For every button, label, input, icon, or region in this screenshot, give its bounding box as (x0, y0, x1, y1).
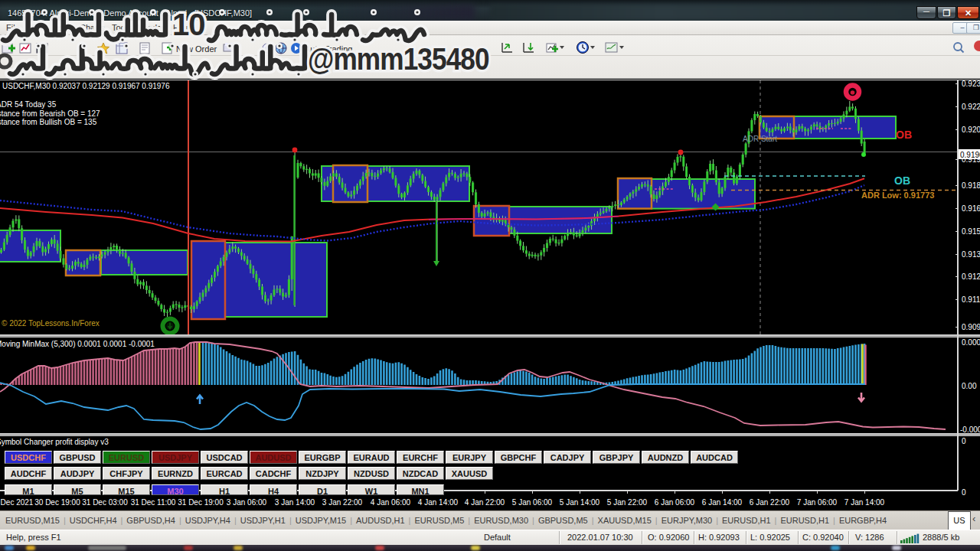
svg-text:5 Jan 14:00: 5 Jan 14:00 (560, 498, 600, 507)
svg-text:4 Jan 06:00: 4 Jan 06:00 (371, 498, 411, 507)
svg-text:0.915: 0.915 (962, 227, 980, 236)
svg-text:0.909: 0.909 (962, 323, 980, 331)
svg-text:30 Dec 19:00: 30 Dec 19:00 (34, 498, 80, 507)
svg-text:0.922: 0.922 (962, 103, 980, 111)
svg-text:Moving MinMax (5,300) 0.0001 0: Moving MinMax (5,300) 0.0001 0.0001 -0.0… (0, 340, 155, 348)
svg-text:4 Jan 22:00: 4 Jan 22:00 (465, 498, 505, 507)
svg-text:0.913: 0.913 (962, 250, 980, 259)
svg-text:Dec 2021: Dec 2021 (1, 498, 34, 507)
svg-text:31 Dec 03:00: 31 Dec 03:00 (82, 498, 128, 507)
svg-text:5 Jan 22:00: 5 Jan 22:00 (607, 498, 648, 507)
svg-text:0.912: 0.912 (962, 272, 980, 281)
svg-text:5 Jan 06:00: 5 Jan 06:00 (512, 498, 553, 507)
svg-text:6 Jan 14:00: 6 Jan 14:00 (702, 498, 743, 507)
svg-text:0.911: 0.911 (962, 295, 980, 304)
svg-text:ADR Low: 0.91773: ADR Low: 0.91773 (861, 191, 934, 200)
svg-text:© 2022 TopLessons.In/Forex: © 2022 TopLessons.In/Forex (2, 319, 100, 328)
svg-text:OB: OB (894, 174, 910, 187)
svg-text:OB: OB (896, 129, 912, 141)
svg-text:7 Jan 06:00: 7 Jan 06:00 (797, 498, 838, 507)
svg-text:10: 10 (172, 8, 205, 41)
svg-text:3 Jan 06:00: 3 Jan 06:00 (227, 498, 267, 507)
svg-text:7 Jan 14:00: 7 Jan 14:00 (844, 498, 885, 507)
svg-text:0.0001: 0.0001 (962, 338, 980, 347)
svg-text:31 Dec 19:00: 31 Dec 19:00 (178, 498, 224, 507)
svg-text:0.00: 0.00 (962, 382, 977, 390)
svg-text:31 Dec 11:00: 31 Dec 11:00 (131, 498, 176, 507)
svg-text:ADR Start: ADR Start (743, 135, 777, 143)
svg-text:@mmm135480: @mmm135480 (308, 42, 489, 77)
svg-text:0.918: 0.918 (962, 181, 980, 190)
svg-text:3 Jan 14:00: 3 Jan 14:00 (275, 498, 315, 507)
svg-text:Symbol Changer profit display: Symbol Changer profit display v3 (0, 438, 109, 446)
svg-text:ADR 54 Today 35: ADR 54 Today 35 (0, 100, 57, 109)
svg-text:Distance from Bullish OB = 135: Distance from Bullish OB = 135 (0, 118, 97, 126)
svg-text:0.9196: 0.9196 (960, 151, 980, 159)
svg-text:0.920: 0.920 (962, 126, 980, 134)
svg-text:0: 0 (962, 488, 966, 497)
svg-text:4 Jan 14:00: 4 Jan 14:00 (418, 498, 459, 507)
svg-text:0: 0 (962, 437, 966, 445)
svg-text:6 Jan 06:00: 6 Jan 06:00 (655, 498, 695, 507)
svg-text:6 Jan 22:00: 6 Jan 22:00 (750, 498, 790, 507)
svg-text:-0.000: -0.000 (960, 425, 980, 434)
svg-text:Distance from Bearish OB = 127: Distance from Bearish OB = 127 (0, 109, 100, 118)
svg-text:0.916: 0.916 (962, 204, 980, 213)
svg-text:3 Jan 22:00: 3 Jan 22:00 (322, 498, 363, 507)
